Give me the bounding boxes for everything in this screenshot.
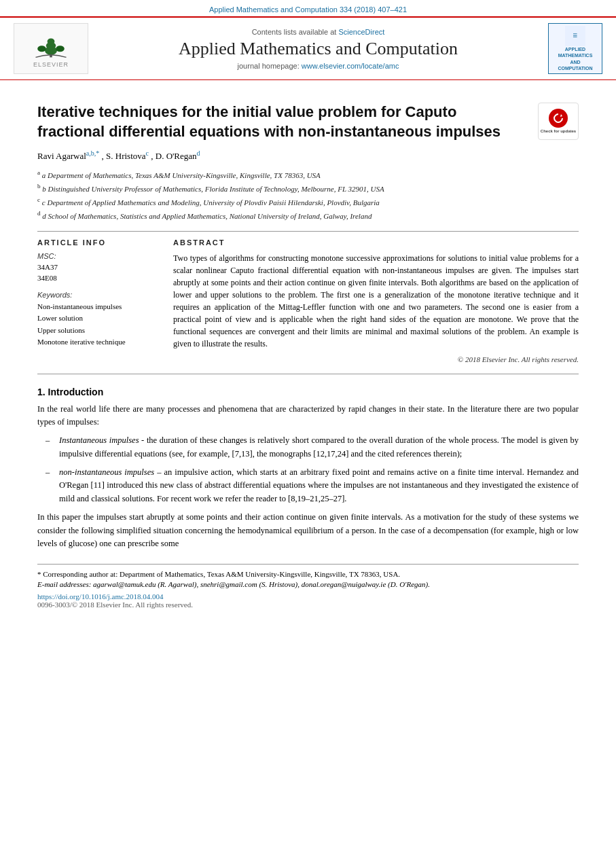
affiliation-b: b b Distinguished University Professor o… bbox=[37, 181, 579, 195]
affiliations: a a Department of Mathematics, Texas A&M… bbox=[37, 168, 579, 223]
sciencedirect-link[interactable]: ScienceDirect bbox=[338, 28, 384, 36]
journal-citation: Applied Mathematics and Computation 334 … bbox=[0, 0, 616, 16]
homepage-link[interactable]: www.elsevier.com/locate/amc bbox=[302, 62, 399, 70]
abstract-panel: ABSTRACT Two types of algorithms for con… bbox=[173, 238, 579, 363]
footnote-section: * Corresponding author at: Department of… bbox=[37, 564, 579, 609]
author1-name: Ravi Agarwal bbox=[37, 151, 86, 162]
author2-name: , S. Hristova bbox=[102, 151, 146, 162]
footnote-emails: E-mail addresses: agarwal@tamuk.edu (R. … bbox=[37, 580, 579, 588]
copyright: © 2018 Elsevier Inc. All rights reserved… bbox=[173, 355, 579, 363]
journal-homepage: journal homepage: www.elsevier.com/locat… bbox=[88, 62, 548, 70]
email-label: E-mail addresses: bbox=[37, 580, 91, 588]
svg-point-5 bbox=[56, 46, 65, 52]
impulse-list: Instantaneous impulses - the duration of… bbox=[51, 434, 579, 505]
article-info-panel: ARTICLE INFO MSC: 34A37 34E08 Keywords: … bbox=[37, 238, 160, 363]
journal-right-logo: ≡ APPLIEDMATHEMATICSANDCOMPUTATION bbox=[548, 23, 602, 74]
msc-value-2: 34E08 bbox=[37, 272, 160, 284]
divider-1 bbox=[37, 231, 579, 232]
main-content: Iterative techniques for the initial val… bbox=[0, 80, 616, 622]
journal-title: Applied Mathematics and Computation bbox=[88, 39, 548, 59]
msc-value-1: 34A37 bbox=[37, 262, 160, 273]
bullet1-term: Instantaneous impulses bbox=[59, 435, 139, 445]
bullet-item-2: non-instantaneous impulses – an impulsiv… bbox=[51, 466, 579, 505]
author2-sup: c bbox=[146, 149, 149, 157]
bullet-item-1: Instantaneous impulses - the duration of… bbox=[51, 434, 579, 461]
svg-point-4 bbox=[37, 46, 46, 52]
journal-header: ELSEVIER Contents lists available at Sci… bbox=[0, 16, 616, 80]
msc-label: MSC: bbox=[37, 252, 160, 260]
keywords-label: Keywords: bbox=[37, 291, 160, 299]
author3-sup: d bbox=[197, 149, 200, 157]
abstract-text: Two types of algorithms for constructing… bbox=[173, 252, 579, 350]
intro-para1: In the real world life there are many pr… bbox=[37, 403, 579, 429]
contents-available: Contents lists available at ScienceDirec… bbox=[88, 28, 548, 36]
bullet2-term: non-instantaneous impulses bbox=[59, 467, 154, 477]
footnote-star: * Corresponding author at: Department of… bbox=[37, 569, 579, 580]
check-updates-icon bbox=[549, 109, 568, 128]
elsevier-logo: ELSEVIER bbox=[14, 23, 88, 74]
keyword-3: Upper solutions bbox=[37, 325, 160, 337]
check-updates-badge: Check for updates bbox=[538, 103, 579, 140]
affiliation-a: a a Department of Mathematics, Texas A&M… bbox=[37, 168, 579, 181]
affiliation-d: d d School of Mathematics, Statistics an… bbox=[37, 209, 579, 222]
article-info-abstract: ARTICLE INFO MSC: 34A37 34E08 Keywords: … bbox=[37, 238, 579, 363]
author3-name: , D. O'Regan bbox=[151, 151, 196, 162]
right-logo-text: APPLIEDMATHEMATICSANDCOMPUTATION bbox=[558, 46, 592, 71]
article-info-header: ARTICLE INFO bbox=[37, 238, 160, 247]
keywords-block: Keywords: Non-instantaneous impulses Low… bbox=[37, 291, 160, 348]
msc-values: 34A37 34E08 bbox=[37, 262, 160, 284]
check-updates-label: Check for updates bbox=[541, 129, 576, 135]
authors-line: Ravi Agarwala,b,* , S. Hristovac , D. O'… bbox=[37, 149, 579, 162]
elsevier-text: ELSEVIER bbox=[33, 61, 69, 68]
msc-block: MSC: 34A37 34E08 bbox=[37, 252, 160, 284]
introduction-heading: 1. Introduction bbox=[37, 387, 579, 397]
email-addresses: agarwal@tamuk.edu (R. Agarwal), snehri@g… bbox=[93, 580, 430, 588]
abstract-header: ABSTRACT bbox=[173, 238, 579, 247]
affiliation-c: c c Department of Applied Mathematics an… bbox=[37, 195, 579, 209]
keyword-1: Non-instantaneous impulses bbox=[37, 301, 160, 313]
svg-point-3 bbox=[48, 39, 55, 45]
doi-line: https://doi.org/10.1016/j.amc.2018.04.00… bbox=[37, 592, 579, 601]
author1-sup: a,b,* bbox=[86, 149, 99, 157]
issn-line: 0096-3003/© 2018 Elsevier Inc. All right… bbox=[37, 601, 579, 609]
divider-2 bbox=[37, 374, 579, 374]
journal-center: Contents lists available at ScienceDirec… bbox=[88, 28, 548, 70]
article-title: Iterative techniques for the initial val… bbox=[37, 103, 579, 141]
keyword-2: Lower solution bbox=[37, 312, 160, 325]
svg-text:≡: ≡ bbox=[573, 31, 578, 40]
intro-para2: In this paper the impulses start abruptl… bbox=[37, 511, 579, 550]
keyword-4: Monotone iterative technique bbox=[37, 336, 160, 348]
